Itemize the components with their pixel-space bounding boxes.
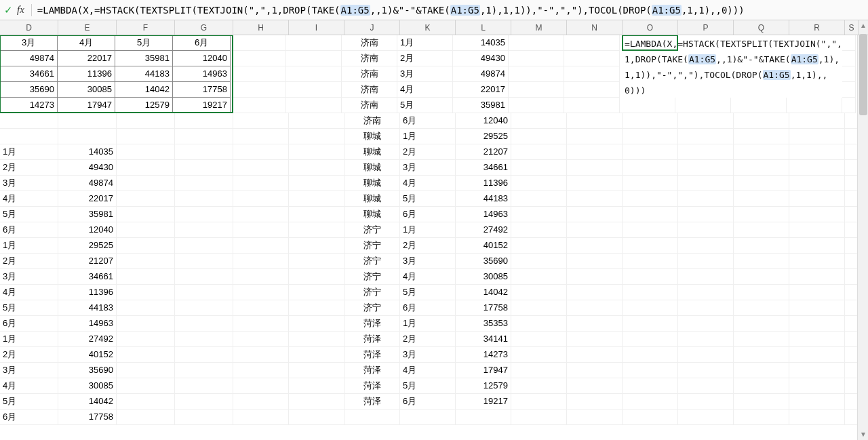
cell[interactable] [233,409,289,425]
cell[interactable] [233,254,289,269]
cell[interactable] [175,113,233,129]
cell[interactable]: 聊城 [344,144,400,160]
cell[interactable] [233,191,289,207]
cell[interactable] [567,300,623,316]
cell[interactable] [456,409,511,425]
cell[interactable] [734,254,789,269]
cell[interactable] [731,98,787,113]
cell[interactable]: 菏泽 [344,394,400,409]
cell[interactable] [289,222,344,238]
cell[interactable]: 2月 [400,332,456,347]
cell[interactable] [789,254,845,269]
cell[interactable]: 5月 [400,191,456,207]
cell[interactable] [567,238,623,254]
column-header-O[interactable]: O [623,20,678,35]
cell[interactable]: 1月 [0,332,58,347]
cell[interactable] [789,269,845,285]
cell[interactable] [845,394,859,409]
cell[interactable] [789,409,845,425]
cell[interactable] [734,144,789,160]
cell[interactable]: 3月 [397,66,453,82]
cell[interactable] [117,222,175,238]
cell[interactable] [175,191,233,207]
cell[interactable]: 聊城 [344,191,400,207]
cell[interactable] [117,316,175,332]
cell[interactable] [734,316,789,332]
cell[interactable] [789,316,845,332]
cell[interactable] [678,332,734,347]
cell[interactable] [623,254,678,269]
cell[interactable] [567,207,623,222]
cell[interactable]: 1月 [397,35,453,51]
cell[interactable]: 14963 [456,207,511,222]
cell[interactable] [789,113,845,129]
cell[interactable] [734,207,789,222]
cell[interactable]: 聊城 [344,176,400,191]
cell[interactable] [511,394,567,409]
column-header-R[interactable]: R [789,20,845,35]
cell[interactable] [567,144,623,160]
cell[interactable]: 济宁 [344,254,400,269]
cell[interactable] [623,347,678,363]
cell[interactable] [678,144,734,160]
cell[interactable] [567,363,623,378]
cell[interactable]: 6月 [0,409,58,425]
cell[interactable] [511,300,567,316]
cell[interactable]: 菏泽 [344,347,400,363]
cell[interactable] [175,394,233,409]
cell[interactable]: 30085 [57,81,115,98]
cell[interactable]: 34661 [0,66,58,82]
cell[interactable] [289,269,344,285]
cell[interactable] [734,394,789,409]
cell[interactable] [623,363,678,378]
cell[interactable] [509,98,564,113]
column-header-F[interactable]: F [117,20,175,35]
cell[interactable] [117,113,175,129]
cell[interactable] [289,409,344,425]
cell[interactable] [734,347,789,363]
cell[interactable]: 5月 [400,378,456,394]
cell[interactable] [117,363,175,378]
cell[interactable]: 6月 [172,35,231,51]
cell[interactable] [175,160,233,176]
cell[interactable] [511,269,567,285]
cell[interactable] [623,285,678,300]
cell[interactable] [567,394,623,409]
cell[interactable] [344,409,400,425]
cell[interactable] [509,66,564,82]
cell[interactable] [231,66,286,82]
cell[interactable] [511,254,567,269]
cell[interactable]: 49874 [453,66,509,82]
cell[interactable] [567,378,623,394]
cell[interactable] [623,191,678,207]
cell[interactable]: 12579 [115,97,173,113]
fx-icon[interactable]: fx [17,4,24,16]
cell[interactable]: 菏泽 [344,378,400,394]
cell[interactable]: 12040 [456,113,511,129]
cell[interactable]: 17758 [172,81,231,98]
cell[interactable] [511,332,567,347]
column-header-L[interactable]: L [456,20,511,35]
cell[interactable]: 4月 [400,269,456,285]
cell[interactable] [789,347,845,363]
cell[interactable]: 14042 [456,285,511,300]
cell[interactable] [231,35,286,51]
cell[interactable] [842,35,856,51]
cell[interactable]: 4月 [397,82,453,98]
cell[interactable]: 34141 [456,332,511,347]
column-header-D[interactable]: D [0,20,58,35]
cell[interactable] [678,316,734,332]
cell[interactable]: 14963 [58,316,117,332]
cell[interactable]: 聊城 [344,160,400,176]
cell[interactable]: 菏泽 [344,316,400,332]
cell[interactable] [289,113,344,129]
cell[interactable]: 14963 [172,66,231,82]
cell[interactable] [734,222,789,238]
cell[interactable] [623,409,678,425]
cell[interactable] [117,378,175,394]
cell[interactable] [564,51,620,66]
cell[interactable] [734,300,789,316]
cell[interactable] [734,269,789,285]
cell[interactable]: 1月 [400,316,456,332]
cell[interactable] [734,238,789,254]
